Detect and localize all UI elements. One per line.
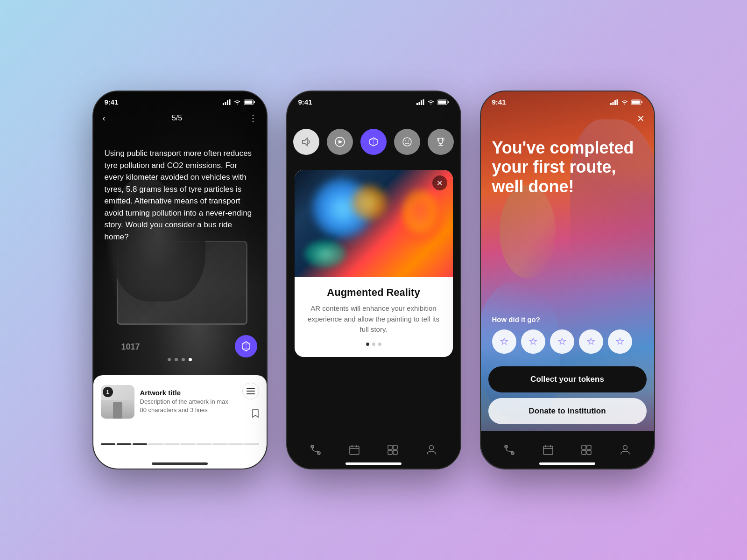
menu-lines-icon [247, 388, 255, 394]
ar-dot-3 [378, 343, 381, 346]
progress-seg-9 [228, 443, 243, 445]
svg-rect-7 [247, 388, 255, 389]
wifi-icon-1 [233, 99, 241, 105]
svg-rect-36 [610, 103, 612, 105]
svg-rect-41 [641, 101, 642, 103]
nav-route-icon-2[interactable] [310, 444, 322, 456]
cube-icon [368, 137, 379, 147]
battery-icon-1 [244, 99, 255, 105]
collect-tokens-button[interactable]: Collect your tokens [488, 366, 647, 392]
phone-3-screen: 9:41 ✕ You've completed your first route… [481, 91, 654, 469]
progress-seg-3 [133, 443, 147, 445]
calendar-icon-3 [542, 444, 554, 456]
stars-rating-row: ☆ ☆ ☆ ☆ ☆ [492, 329, 632, 354]
status-time-2: 9:41 [298, 98, 312, 106]
phone-1-screen: 1017 9:41 ‹ 5/5 ⋮ Using public transport… [93, 91, 267, 469]
svg-rect-16 [438, 100, 446, 104]
star-1[interactable]: ☆ [492, 329, 516, 354]
grid-icon-3 [580, 444, 592, 456]
svg-rect-42 [632, 100, 640, 104]
svg-rect-27 [350, 446, 359, 455]
progress-seg-6 [181, 443, 195, 445]
artwork-card-row: 1 Artwork title Description of the artwo… [101, 383, 259, 420]
ar-cube-icon [240, 341, 252, 352]
phone-2-screen: 9:41 [287, 91, 460, 469]
grid-icon-2 [387, 444, 399, 456]
svg-rect-13 [423, 99, 424, 105]
star-icon-1: ☆ [500, 336, 509, 348]
battery-icon-2 [437, 99, 449, 105]
svg-point-46 [512, 453, 513, 454]
svg-rect-15 [448, 101, 449, 103]
star-5[interactable]: ☆ [608, 329, 632, 354]
svg-rect-11 [418, 102, 420, 105]
progress-seg-8 [212, 443, 227, 445]
svg-point-43 [505, 445, 507, 448]
media-type-icons [287, 129, 460, 155]
nav-grid-icon-2[interactable] [387, 444, 399, 456]
donate-institution-button[interactable]: Donate to institution [488, 398, 647, 424]
star-2[interactable]: ☆ [521, 329, 545, 354]
svg-rect-5 [254, 101, 255, 103]
star-3[interactable]: ☆ [550, 329, 574, 354]
svg-point-44 [505, 446, 507, 448]
status-time-3: 9:41 [492, 98, 506, 106]
svg-rect-37 [612, 102, 613, 105]
artwork-thumbnail: 1 [101, 385, 134, 419]
back-button[interactable]: ‹ [103, 113, 106, 123]
nav-calendar-icon-2[interactable] [348, 444, 360, 456]
wifi-icon-2 [427, 99, 435, 105]
sound-icon-btn[interactable] [293, 129, 319, 155]
nav-calendar-icon-3[interactable] [542, 444, 554, 456]
ar-close-button[interactable]: ✕ [432, 175, 447, 190]
star-icon-3: ☆ [557, 336, 567, 348]
train-number: 1017 [121, 342, 140, 352]
nav-grid-icon-3[interactable] [580, 444, 592, 456]
svg-rect-9 [247, 393, 255, 394]
nav-person-icon-3[interactable] [619, 444, 631, 456]
trophy-icon-btn[interactable] [428, 129, 454, 155]
svg-rect-33 [388, 450, 392, 455]
progress-bar [101, 443, 259, 445]
dot-1 [168, 358, 171, 361]
card-menu-button[interactable] [242, 383, 259, 399]
more-button[interactable]: ⋮ [249, 113, 257, 123]
art-green-blob [304, 240, 346, 268]
phone-1: 1017 9:41 ‹ 5/5 ⋮ Using public transport… [92, 91, 268, 469]
rating-label: How did it go? [492, 315, 540, 323]
svg-rect-2 [227, 100, 228, 105]
fluid-art-layer4 [500, 185, 556, 278]
svg-point-35 [430, 446, 434, 450]
svg-rect-12 [421, 100, 422, 105]
svg-point-23 [311, 445, 314, 448]
svg-point-18 [403, 138, 411, 146]
close-button-3[interactable]: ✕ [637, 113, 645, 124]
ar-card-body: Augmented Reality AR contents will enhan… [295, 277, 453, 357]
video-icon-btn[interactable] [327, 129, 353, 155]
ar-dot-2 [372, 343, 375, 346]
artwork-sculpture [113, 402, 122, 419]
ar-card-dots [304, 343, 444, 346]
action-buttons: Collect your tokens Donate to institutio… [488, 366, 647, 424]
dot-4-active [189, 358, 192, 361]
completion-headline: You've completed your first route, well … [492, 138, 643, 196]
dot-3 [182, 358, 185, 361]
svg-point-25 [317, 452, 320, 455]
svg-rect-3 [229, 99, 230, 105]
svg-point-19 [405, 140, 406, 141]
home-indicator-2 [345, 462, 402, 465]
emoji-icon-btn[interactable] [394, 129, 420, 155]
play-icon [335, 137, 345, 147]
nav-route-icon-3[interactable] [503, 444, 515, 456]
signal-icon-3 [610, 99, 618, 105]
svg-rect-39 [616, 99, 618, 105]
card-actions [242, 383, 259, 420]
ar-fab-button[interactable] [235, 335, 257, 357]
ar-icon-btn[interactable] [360, 129, 387, 155]
art-yellow-blob [351, 184, 388, 221]
bookmark-button[interactable] [252, 409, 259, 420]
star-icon-2: ☆ [529, 336, 538, 348]
star-4[interactable]: ☆ [579, 329, 603, 354]
nav-person-icon-2[interactable] [425, 444, 437, 456]
svg-rect-53 [582, 450, 586, 455]
